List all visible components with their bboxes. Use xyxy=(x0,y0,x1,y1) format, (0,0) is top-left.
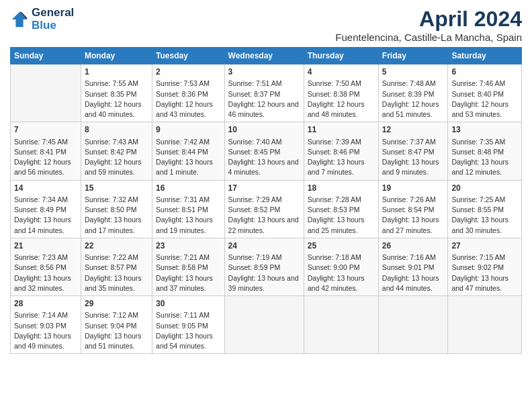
day-number: 26 xyxy=(382,240,445,252)
sunset: Sunset: 8:45 PM xyxy=(228,148,281,156)
day-number: 24 xyxy=(228,240,300,252)
sunset: Sunset: 8:54 PM xyxy=(382,205,435,214)
logo: General Blue xyxy=(10,7,74,32)
sunset: Sunset: 8:38 PM xyxy=(308,90,360,98)
daylight: Daylight: 13 hours and 4 minutes. xyxy=(228,158,299,176)
calendar-cell: 14Sunrise: 7:34 AMSunset: 8:49 PMDayligh… xyxy=(11,180,81,238)
title-block: April 2024 Fuentelencina, Castille-La Ma… xyxy=(335,7,522,43)
daylight: Daylight: 13 hours and 49 minutes. xyxy=(14,332,71,350)
sunset: Sunset: 8:58 PM xyxy=(156,263,208,271)
calendar-cell: 18Sunrise: 7:28 AMSunset: 8:53 PMDayligh… xyxy=(304,180,378,238)
day-number: 29 xyxy=(85,298,148,310)
sunrise: Sunrise: 7:50 AM xyxy=(308,79,361,87)
sunrise: Sunrise: 7:15 AM xyxy=(451,253,505,261)
daylight: Daylight: 12 hours and 43 minutes. xyxy=(156,100,213,118)
day-number: 17 xyxy=(228,183,300,194)
day-number: 5 xyxy=(382,66,445,78)
header-row: Sunday Monday Tuesday Wednesday Thursday… xyxy=(11,48,522,64)
day-number: 15 xyxy=(85,183,148,194)
sunrise: Sunrise: 7:40 AM xyxy=(228,138,282,146)
day-number: 2 xyxy=(156,66,221,78)
sunrise: Sunrise: 7:32 AM xyxy=(85,195,138,203)
calendar-cell: 13Sunrise: 7:35 AMSunset: 8:48 PMDayligh… xyxy=(448,122,522,180)
daylight: Daylight: 12 hours and 48 minutes. xyxy=(308,100,365,118)
sunset: Sunset: 9:01 PM xyxy=(382,263,435,271)
day-number: 11 xyxy=(308,124,375,136)
calendar-cell: 4Sunrise: 7:50 AMSunset: 8:38 PMDaylight… xyxy=(304,64,378,122)
sunrise: Sunrise: 7:42 AM xyxy=(156,138,210,146)
sunrise: Sunrise: 7:46 AM xyxy=(451,79,505,87)
sunrise: Sunrise: 7:31 AM xyxy=(156,195,210,203)
sunrise: Sunrise: 7:26 AM xyxy=(382,195,436,203)
col-friday: Friday xyxy=(378,48,448,64)
subtitle: Fuentelencina, Castille-La Mancha, Spain xyxy=(335,32,522,43)
daylight: Daylight: 12 hours and 53 minutes. xyxy=(451,100,508,118)
day-number: 23 xyxy=(156,240,221,252)
calendar-cell: 2Sunrise: 7:53 AMSunset: 8:36 PMDaylight… xyxy=(152,64,225,122)
sunrise: Sunrise: 7:45 AM xyxy=(14,138,68,146)
day-number: 30 xyxy=(156,298,221,310)
calendar-cell: 30Sunrise: 7:11 AMSunset: 9:05 PMDayligh… xyxy=(152,296,225,354)
calendar-cell: 25Sunrise: 7:18 AMSunset: 9:00 PMDayligh… xyxy=(304,238,378,295)
calendar-cell: 9Sunrise: 7:42 AMSunset: 8:44 PMDaylight… xyxy=(152,122,225,180)
calendar-cell xyxy=(378,296,448,354)
calendar-cell: 20Sunrise: 7:25 AMSunset: 8:55 PMDayligh… xyxy=(448,180,522,238)
daylight: Daylight: 12 hours and 40 minutes. xyxy=(85,100,142,118)
sunset: Sunset: 8:35 PM xyxy=(85,90,137,98)
sunset: Sunset: 8:51 PM xyxy=(156,205,208,214)
sunset: Sunset: 8:40 PM xyxy=(451,90,504,98)
daylight: Daylight: 12 hours and 59 minutes. xyxy=(85,158,142,176)
calendar-cell: 17Sunrise: 7:29 AMSunset: 8:52 PMDayligh… xyxy=(224,180,304,238)
calendar-cell: 10Sunrise: 7:40 AMSunset: 8:45 PMDayligh… xyxy=(224,122,304,180)
sunrise: Sunrise: 7:21 AM xyxy=(156,253,210,261)
calendar-week-4: 21Sunrise: 7:23 AMSunset: 8:56 PMDayligh… xyxy=(11,238,522,295)
sunset: Sunset: 8:49 PM xyxy=(14,205,66,214)
col-thursday: Thursday xyxy=(304,48,378,64)
calendar-cell: 29Sunrise: 7:12 AMSunset: 9:04 PMDayligh… xyxy=(81,296,152,354)
calendar-cell xyxy=(304,296,378,354)
sunset: Sunset: 9:00 PM xyxy=(308,263,360,271)
sunset: Sunset: 8:50 PM xyxy=(85,205,137,214)
day-number: 21 xyxy=(14,240,77,252)
calendar-cell: 6Sunrise: 7:46 AMSunset: 8:40 PMDaylight… xyxy=(448,64,522,122)
sunset: Sunset: 8:39 PM xyxy=(382,90,435,98)
daylight: Daylight: 13 hours and 54 minutes. xyxy=(156,332,213,350)
calendar-cell: 1Sunrise: 7:55 AMSunset: 8:35 PMDaylight… xyxy=(81,64,152,122)
calendar-week-3: 14Sunrise: 7:34 AMSunset: 8:49 PMDayligh… xyxy=(11,180,522,238)
sunrise: Sunrise: 7:11 AM xyxy=(156,311,210,319)
day-number: 22 xyxy=(85,240,148,252)
calendar-cell xyxy=(224,296,304,354)
sunset: Sunset: 8:36 PM xyxy=(156,90,208,98)
day-number: 7 xyxy=(14,124,77,136)
daylight: Daylight: 13 hours and 27 minutes. xyxy=(382,216,439,234)
day-number: 27 xyxy=(451,240,518,252)
sunset: Sunset: 8:52 PM xyxy=(228,205,281,214)
daylight: Daylight: 13 hours and 37 minutes. xyxy=(156,274,213,292)
daylight: Daylight: 13 hours and 39 minutes. xyxy=(228,274,299,292)
daylight: Daylight: 13 hours and 25 minutes. xyxy=(308,216,365,234)
sunrise: Sunrise: 7:53 AM xyxy=(156,79,210,87)
day-number: 19 xyxy=(382,183,445,194)
sunrise: Sunrise: 7:34 AM xyxy=(14,195,68,203)
day-number: 8 xyxy=(85,124,148,136)
sunset: Sunset: 9:02 PM xyxy=(451,263,504,271)
day-number: 1 xyxy=(85,66,148,78)
sunset: Sunset: 9:03 PM xyxy=(14,322,66,330)
sunset: Sunset: 8:55 PM xyxy=(451,205,504,214)
sunrise: Sunrise: 7:51 AM xyxy=(228,79,282,87)
calendar-week-1: 1Sunrise: 7:55 AMSunset: 8:35 PMDaylight… xyxy=(11,64,522,122)
sunset: Sunset: 8:56 PM xyxy=(14,263,66,271)
calendar-cell: 23Sunrise: 7:21 AMSunset: 8:58 PMDayligh… xyxy=(152,238,225,295)
daylight: Daylight: 13 hours and 19 minutes. xyxy=(156,216,213,234)
sunset: Sunset: 8:44 PM xyxy=(156,148,208,156)
sunrise: Sunrise: 7:12 AM xyxy=(85,311,138,319)
calendar-cell xyxy=(448,296,522,354)
calendar-cell: 11Sunrise: 7:39 AMSunset: 8:46 PMDayligh… xyxy=(304,122,378,180)
day-number: 20 xyxy=(451,183,518,194)
sunrise: Sunrise: 7:48 AM xyxy=(382,79,436,87)
calendar-cell: 21Sunrise: 7:23 AMSunset: 8:56 PMDayligh… xyxy=(11,238,81,295)
sunset: Sunset: 8:41 PM xyxy=(14,148,66,156)
day-number: 28 xyxy=(14,298,77,310)
col-sunday: Sunday xyxy=(11,48,81,64)
day-number: 10 xyxy=(228,124,300,136)
